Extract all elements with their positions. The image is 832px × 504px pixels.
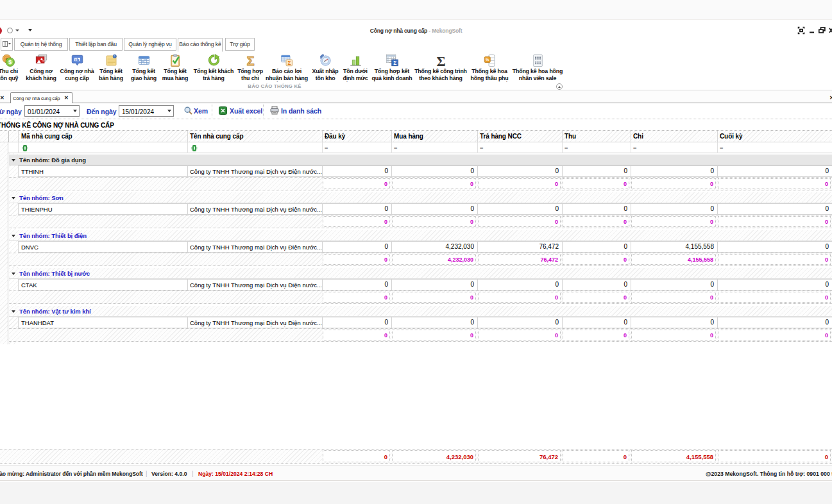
svg-text:%: % — [486, 58, 489, 62]
svg-text:Σ: Σ — [436, 54, 445, 67]
svg-text:Σ: Σ — [287, 60, 291, 66]
svg-text:$: $ — [8, 60, 12, 65]
svg-text:Σ: Σ — [246, 54, 254, 67]
svg-text:Σ: Σ — [393, 60, 396, 66]
